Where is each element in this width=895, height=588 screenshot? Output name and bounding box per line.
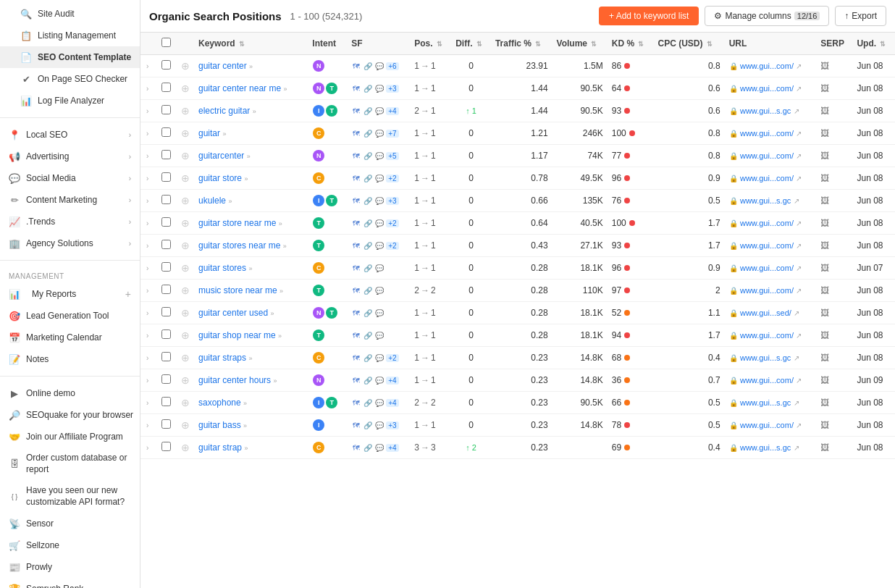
th-cpc[interactable]: CPC (USD) ⇅ [653,33,724,55]
url-link[interactable]: www.gui...com/ [740,151,794,160]
row-checkbox[interactable] [161,262,171,272]
row-checkbox[interactable] [161,374,171,384]
add-keyword-icon[interactable]: ⊕ [181,83,190,94]
url-external-icon[interactable]: ↗ [796,332,802,340]
row-checkbox[interactable] [161,83,171,92]
expand-button[interactable]: › [145,353,150,364]
row-checkbox[interactable] [161,150,171,159]
sidebar-item-affiliate[interactable]: 🤝 Join our Affiliate Program [0,426,140,448]
keyword-link[interactable]: guitar stores near me [198,240,280,251]
serp-snapshot-icon[interactable]: 🖼 [820,83,829,93]
url-external-icon[interactable]: ↗ [796,421,802,429]
row-checkbox[interactable] [161,240,171,249]
add-keyword-icon[interactable]: ⊕ [181,60,190,72]
keyword-link[interactable]: guitar center hours [198,375,271,385]
sidebar-item-site-audit[interactable]: 🔍 Site Audit [0,3,140,25]
expand-button[interactable]: › [145,196,150,206]
sidebar-item-lead-gen[interactable]: 🎯 Lead Generation Tool [0,305,140,327]
add-keyword-icon[interactable]: ⊕ [181,150,190,161]
th-traffic[interactable]: Traffic % ⇅ [491,33,552,55]
serp-snapshot-icon[interactable]: 🖼 [820,353,829,363]
sidebar-item-advertising[interactable]: 📢 Advertising › [0,146,140,167]
add-keyword-icon[interactable]: ⊕ [181,217,190,229]
th-kd[interactable]: KD % ⇅ [608,33,654,55]
row-checkbox[interactable] [161,442,171,451]
url-external-icon[interactable]: ↗ [796,175,802,182]
row-checkbox[interactable] [161,217,171,227]
row-checkbox[interactable] [161,172,171,182]
sidebar-item-my-reports[interactable]: 📊 My Reports + [0,283,140,305]
serp-snapshot-icon[interactable]: 🖼 [820,263,829,273]
expand-button[interactable]: › [145,263,150,274]
sidebar-item-listing-management[interactable]: 📋 Listing Management [0,25,140,46]
add-keyword-icon[interactable]: ⊕ [181,307,190,319]
th-intent[interactable]: Intent [308,33,347,55]
sidebar-item-semrush-rank[interactable]: 🏆 Semrush Rank [0,578,140,588]
expand-button[interactable]: › [145,61,150,72]
add-keyword-icon[interactable]: ⊕ [181,105,190,117]
url-external-icon[interactable]: ↗ [794,197,799,205]
url-external-icon[interactable]: ↗ [796,287,802,295]
add-to-keyword-list-button[interactable]: + Add to keyword list [599,7,699,25]
expand-button[interactable]: › [145,308,150,319]
sidebar-item-marketing-calendar[interactable]: 📅 Marketing Calendar [0,327,140,348]
sidebar-item-sensor[interactable]: 📡 Sensor [0,513,140,534]
url-link[interactable]: www.gui...com/ [740,286,794,295]
url-link[interactable]: www.gui...com/ [740,264,794,272]
expand-button[interactable]: › [145,375,150,386]
sidebar-item-prowly[interactable]: 📰 Prowly [0,556,140,578]
row-checkbox[interactable] [161,195,171,204]
th-url[interactable]: URL [725,33,817,55]
row-checkbox[interactable] [161,285,171,294]
add-keyword-icon[interactable]: ⊕ [181,329,190,341]
serp-snapshot-icon[interactable]: 🖼 [820,128,829,138]
row-checkbox[interactable] [161,419,171,429]
url-external-icon[interactable]: ↗ [796,219,802,227]
row-checkbox[interactable] [161,329,171,339]
serp-snapshot-icon[interactable]: 🖼 [820,240,829,251]
serp-snapshot-icon[interactable]: 🖼 [820,218,829,228]
keyword-link[interactable]: guitar store [198,173,242,183]
url-link[interactable]: www.gui...s.gc [740,353,791,362]
keyword-link[interactable]: guitar bass [198,420,241,430]
url-external-icon[interactable]: ↗ [796,377,802,385]
row-checkbox[interactable] [161,307,171,316]
th-sf[interactable]: SF [347,33,410,55]
url-external-icon[interactable]: ↗ [796,264,802,272]
add-keyword-icon[interactable]: ⊕ [181,127,190,139]
serp-snapshot-icon[interactable]: 🖼 [820,196,829,206]
th-diff[interactable]: Diff. ⇅ [451,33,491,55]
sidebar-item-seo-content-template[interactable]: 📄 SEO Content Template [0,46,140,68]
keyword-link[interactable]: guitar shop near me [198,330,276,340]
row-checkbox[interactable] [161,60,171,70]
add-keyword-icon[interactable]: ⊕ [181,172,190,184]
add-keyword-icon[interactable]: ⊕ [181,352,190,364]
serp-snapshot-icon[interactable]: 🖼 [820,173,829,183]
keyword-link[interactable]: guitar store near me [198,218,276,228]
keyword-link[interactable]: saxophone [198,398,241,408]
sidebar-item-custom-db[interactable]: 🗄 Order custom database or report [0,448,140,480]
row-checkbox[interactable] [161,397,171,406]
url-external-icon[interactable]: ↗ [794,444,799,452]
sidebar-item-social-media[interactable]: 💬 Social Media › [0,167,140,189]
add-keyword-icon[interactable]: ⊕ [181,285,190,296]
sidebar-item-trends[interactable]: 📈 .Trends › [0,211,140,232]
sidebar-item-seoquake[interactable]: 🔎 SEOquake for your browser [0,404,140,426]
url-external-icon[interactable]: ↗ [794,309,799,317]
add-keyword-icon[interactable]: ⊕ [181,374,190,386]
keyword-link[interactable]: guitar [198,128,220,138]
url-link[interactable]: www.gui...s.gc [740,196,791,205]
add-keyword-icon[interactable]: ⊕ [181,195,190,206]
sidebar-item-sellzone[interactable]: 🛒 Sellzone [0,534,140,556]
expand-button[interactable]: › [145,106,150,117]
sidebar-item-api-format[interactable]: { } Have you seen our new customizable A… [0,480,140,513]
serp-snapshot-icon[interactable]: 🖼 [820,308,829,318]
url-link[interactable]: www.gui...s.gc [740,106,791,115]
th-volume[interactable]: Volume ⇅ [552,33,608,55]
row-checkbox[interactable] [161,127,171,137]
url-link[interactable]: www.gui...s.gc [740,443,791,452]
serp-snapshot-icon[interactable]: 🖼 [820,375,829,385]
keyword-link[interactable]: guitar center used [198,308,268,318]
expand-button[interactable]: › [145,83,150,94]
url-link[interactable]: www.gui...com/ [740,219,794,227]
